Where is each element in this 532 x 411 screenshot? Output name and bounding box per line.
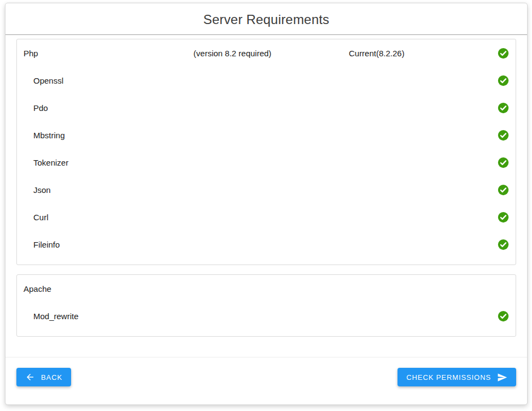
check-circle-icon	[498, 310, 509, 322]
status-ok-badge	[493, 310, 509, 322]
page-title: Server Requirements	[5, 12, 527, 27]
check-circle-icon	[498, 239, 509, 250]
requirement-name: Curl	[24, 213, 493, 222]
wizard-footer: BACK CHECK PERMISSIONS	[5, 357, 527, 404]
requirement-name: Apache	[24, 284, 194, 293]
check-circle-icon	[498, 102, 509, 114]
requirement-row-curl: Curl	[17, 203, 516, 231]
check-circle-icon	[498, 184, 509, 196]
status-ok-badge	[493, 212, 509, 223]
status-ok-badge	[493, 130, 509, 141]
requirement-row-tokenizer: Tokenizer	[17, 149, 516, 176]
check-circle-icon	[498, 130, 509, 141]
server-requirements-panel: Server Requirements Php (version 8.2 req…	[5, 3, 528, 405]
requirement-name: Tokenizer	[24, 158, 493, 167]
check-circle-icon	[498, 157, 509, 168]
back-button-label: BACK	[41, 373, 62, 381]
check-circle-icon	[498, 75, 509, 86]
php-requirements-card: Php (version 8.2 required) Current(8.2.2…	[16, 39, 516, 265]
check-circle-icon	[498, 48, 509, 59]
requirement-row-pdo: Pdo	[17, 94, 516, 121]
apache-requirements-card: Apache Mod_rewrite	[16, 274, 516, 337]
requirement-name: Mbstring	[24, 131, 493, 140]
arrow-left-icon	[25, 372, 35, 382]
requirements-content: Php (version 8.2 required) Current(8.2.2…	[5, 35, 527, 357]
status-ok-badge	[493, 102, 509, 114]
requirement-name: Openssl	[24, 76, 493, 85]
requirement-name: Pdo	[24, 103, 493, 113]
status-ok-badge	[493, 157, 509, 168]
requirement-name: Json	[24, 185, 493, 195]
requirement-required-version: (version 8.2 required)	[194, 49, 349, 58]
requirement-row-mbstring: Mbstring	[17, 121, 516, 149]
status-ok-badge	[493, 48, 509, 59]
status-ok-badge	[493, 184, 509, 196]
check-permissions-button[interactable]: CHECK PERMISSIONS	[397, 368, 516, 386]
status-ok-badge	[493, 239, 509, 250]
requirement-name: Mod_rewrite	[24, 312, 493, 321]
check-permissions-button-label: CHECK PERMISSIONS	[406, 373, 491, 381]
requirement-row-fileinfo: Fileinfo	[17, 231, 516, 258]
wizard-header: Server Requirements	[5, 3, 527, 35]
send-icon	[497, 372, 507, 383]
requirement-row-php: Php (version 8.2 required) Current(8.2.2…	[17, 39, 516, 67]
requirement-name: Fileinfo	[24, 240, 493, 249]
back-button[interactable]: BACK	[16, 368, 71, 386]
status-ok-badge	[493, 75, 509, 86]
check-circle-icon	[498, 212, 509, 223]
requirement-row-apache: Apache	[17, 275, 516, 302]
requirement-current-version: Current(8.2.26)	[349, 49, 493, 58]
requirement-row-json: Json	[17, 176, 516, 203]
requirement-row-openssl: Openssl	[17, 67, 516, 94]
requirement-name: Php	[24, 49, 194, 58]
requirement-row-mod-rewrite: Mod_rewrite	[17, 302, 516, 330]
